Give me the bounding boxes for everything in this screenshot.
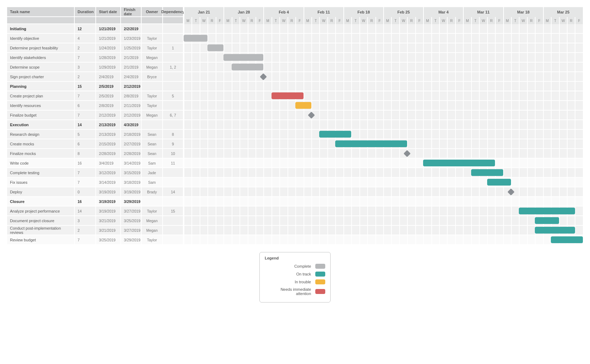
cell-start: 2/5/2019	[96, 82, 121, 91]
cell-dep: 14	[163, 187, 184, 197]
day-header: R	[447, 17, 455, 24]
gantt-bar[interactable]	[272, 92, 304, 99]
task-row[interactable]: Finalize budget72/12/20192/12/2019Megan6…	[7, 111, 583, 120]
gantt-bar[interactable]	[535, 227, 575, 234]
legend-item: In trouble	[265, 279, 325, 284]
cell-duration: 7	[75, 235, 96, 245]
cell-owner: Taylor	[142, 91, 163, 101]
group-row[interactable]: Execution142/13/20194/3/2019	[7, 120, 583, 130]
cell-dep	[163, 24, 184, 34]
cell-duration: 14	[75, 207, 96, 216]
cell-duration: 2	[75, 226, 96, 235]
task-row[interactable]: Determine project feasibility21/24/20191…	[7, 43, 583, 53]
task-row[interactable]: Finalize mocks82/28/20192/28/2019Sean10	[7, 149, 583, 159]
cell-task: Identify objective	[7, 34, 75, 43]
cell-owner: Taylor	[142, 34, 163, 43]
cell-owner: Bryce	[142, 72, 163, 82]
day-header: M	[543, 17, 551, 24]
gantt-bar[interactable]	[535, 217, 559, 224]
legend: Legend CompleteOn trackIn troubleNeeds i…	[259, 252, 331, 303]
cell-dep: 10	[163, 149, 184, 159]
group-row[interactable]: Closure163/19/20193/29/2019	[7, 197, 583, 207]
cell-finish: 2/18/2019	[121, 130, 142, 139]
gantt-bar[interactable]	[319, 131, 351, 138]
task-row[interactable]: Write code163/4/20193/14/2019Sam11	[7, 159, 583, 168]
cell-start: 2/13/2019	[96, 130, 121, 139]
gantt-bar[interactable]	[471, 169, 503, 176]
gantt-bar[interactable]	[519, 208, 575, 214]
task-row[interactable]: Create mocks62/15/20192/27/2019Sean9	[7, 139, 583, 149]
task-row[interactable]: Research design52/13/20192/18/2019Sean8	[7, 130, 583, 139]
gantt-bar[interactable]	[335, 140, 407, 147]
task-row[interactable]: Identify resources62/8/20192/11/2019Tayl…	[7, 101, 583, 111]
week-header: Feb 18	[343, 7, 383, 17]
day-header: W	[479, 17, 487, 24]
cell-dep	[163, 226, 184, 235]
day-header: T	[272, 17, 279, 24]
gantt-body: Initiating121/21/20192/2/2019Identify ob…	[7, 24, 583, 245]
week-header: Mar 18	[503, 7, 543, 17]
task-row[interactable]: Review budget73/25/20193/29/2019Taylor	[7, 235, 583, 245]
day-header: F	[295, 17, 303, 24]
cell-finish: 3/27/2019	[121, 226, 142, 235]
cell-start: 2/15/2019	[96, 139, 121, 149]
cell-dep: 9	[163, 139, 184, 149]
cell-task: Execution	[7, 120, 75, 130]
cell-start: 1/21/2019	[96, 24, 121, 34]
gantt-bar[interactable]	[232, 64, 264, 70]
task-row[interactable]: Sign project charter22/4/20192/4/2019Bry…	[7, 72, 583, 82]
cell-duration: 3	[75, 63, 96, 72]
day-header: T	[511, 17, 519, 24]
gantt-bar[interactable]	[423, 160, 495, 166]
task-row[interactable]: Conduct post-implementation reviews23/21…	[7, 226, 583, 235]
cell-duration: 2	[75, 72, 96, 82]
task-row[interactable]: Identify stakeholders71/28/20192/1/2019M…	[7, 53, 583, 63]
task-row[interactable]: Determine scope31/29/20192/1/2019Megan1,…	[7, 63, 583, 72]
week-header: Mar 4	[423, 7, 463, 17]
cell-owner	[142, 120, 163, 130]
task-row[interactable]: Deploy03/19/20193/19/2019Brady14	[7, 187, 583, 197]
cell-owner: Megan	[142, 63, 163, 72]
day-header: F	[216, 17, 223, 24]
week-header: Feb 11	[304, 7, 343, 17]
cell-task: Create mocks	[7, 139, 75, 149]
group-row[interactable]: Planning152/5/20192/12/2019	[7, 82, 583, 91]
cell-dep	[163, 197, 184, 207]
cell-duration: 4	[75, 34, 96, 43]
gantt-bar[interactable]	[487, 179, 511, 186]
cell-task: Write code	[7, 159, 75, 168]
gantt-bar[interactable]	[207, 44, 223, 51]
cell-start: 2/28/2019	[96, 149, 121, 159]
task-row[interactable]: Fix issues73/14/20193/18/2019Sam	[7, 178, 583, 187]
week-header: Jan 28	[223, 7, 263, 17]
day-header: R	[567, 17, 575, 24]
gantt-bar[interactable]	[295, 102, 311, 109]
day-header: W	[319, 17, 327, 24]
cell-duration: 16	[75, 197, 96, 207]
cell-finish: 2/28/2019	[121, 149, 142, 159]
task-row[interactable]: Analyze project performance143/19/20193/…	[7, 207, 583, 216]
cell-task: Initiating	[7, 24, 75, 34]
task-row[interactable]: Create project plan72/5/20192/8/2019Tayl…	[7, 91, 583, 101]
cell-start: 3/19/2019	[96, 187, 121, 197]
header-row-1: Task name Duration Start date Finish dat…	[7, 7, 583, 17]
task-row[interactable]: Identify objective41/21/20191/23/2019Tay…	[7, 34, 583, 43]
task-row[interactable]: Complete testing73/12/20193/15/2019Jade	[7, 168, 583, 178]
gantt-bar[interactable]	[551, 236, 583, 243]
cell-owner: Sean	[142, 130, 163, 139]
group-row[interactable]: Initiating121/21/20192/2/2019	[7, 24, 583, 34]
week-header: Feb 4	[263, 7, 303, 17]
cell-duration: 6	[75, 101, 96, 111]
cell-finish: 2/4/2019	[121, 72, 142, 82]
cell-finish: 2/11/2019	[121, 101, 142, 111]
gantt-bar[interactable]	[184, 35, 207, 42]
day-header: W	[439, 17, 447, 24]
cell-start: 1/28/2019	[96, 53, 121, 63]
col-header-finish: Finish date	[121, 7, 142, 17]
cell-finish: 3/29/2019	[121, 235, 142, 245]
task-row[interactable]: Document project closure33/21/20193/25/2…	[7, 216, 583, 226]
gantt-bar[interactable]	[223, 54, 263, 61]
cell-duration: 7	[75, 91, 96, 101]
cell-duration: 7	[75, 111, 96, 120]
cell-dep: 1	[163, 43, 184, 53]
